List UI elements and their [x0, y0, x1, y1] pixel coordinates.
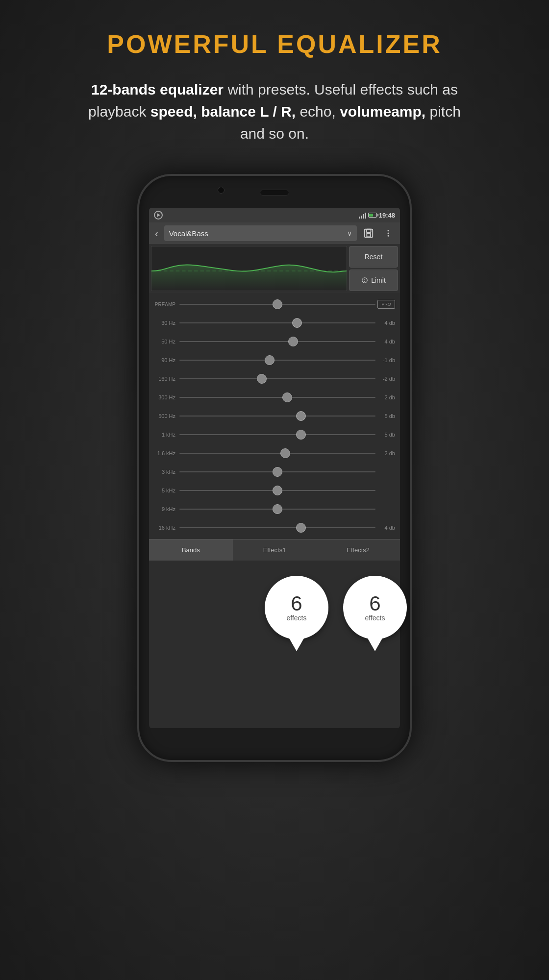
band-label: 3 kHz [154, 469, 179, 475]
mute-button [137, 325, 139, 352]
band-slider-track[interactable] [179, 434, 375, 435]
band-slider-track[interactable] [179, 322, 375, 323]
eq-display: Reset Limit [149, 244, 400, 293]
top-bar: ‹ Vocal&Bass ∨ [149, 222, 400, 244]
band-value: 5 db [375, 432, 395, 438]
desc-bold-3: volumeamp, [340, 103, 425, 120]
band-label: 30 Hz [154, 320, 179, 326]
pro-badge: PRO [377, 300, 395, 309]
band-slider-track[interactable] [179, 416, 375, 416]
tooltip-bubble-effects2: 6effects [343, 576, 407, 639]
band-row-3khz: 3 kHz [149, 463, 400, 481]
band-row-160hz: 160 Hz-2 db [149, 369, 400, 388]
band-label: 500 Hz [154, 413, 179, 419]
volume-up-button [137, 264, 139, 284]
time-display: 19:48 [379, 212, 395, 219]
band-row-300hz: 300 Hz2 db [149, 388, 400, 407]
limit-button[interactable]: Limit [349, 270, 398, 291]
desc-bold-2: speed, balance L / R, [150, 103, 296, 120]
preamp-slider[interactable] [179, 304, 375, 305]
band-slider-track[interactable] [179, 471, 375, 472]
eq-graph [151, 246, 347, 291]
more-button[interactable] [380, 225, 396, 241]
band-label: 16 kHz [154, 525, 179, 531]
band-row-9khz: 9 kHz [149, 500, 400, 518]
band-label: 5 kHz [154, 488, 179, 493]
band-slider-thumb[interactable] [273, 486, 282, 495]
band-label: 9 kHz [154, 506, 179, 512]
svg-rect-1 [366, 229, 371, 232]
preset-selector[interactable]: Vocal&Bass ∨ [164, 225, 357, 241]
tab-effects2[interactable]: Effects2 [316, 539, 400, 561]
play-icon [154, 211, 163, 220]
band-slider-thumb[interactable] [265, 355, 274, 365]
band-slider-track[interactable] [179, 360, 375, 361]
desc-bold-1: 12-bands equalizer [91, 81, 224, 98]
band-slider-thumb[interactable] [257, 374, 267, 384]
band-value: 2 db [375, 450, 395, 456]
band-row-30hz: 30 Hz4 db [149, 314, 400, 332]
band-row-50hz: 50 Hz4 db [149, 332, 400, 351]
band-label: 160 Hz [154, 376, 179, 382]
band-slider-track[interactable] [179, 490, 375, 491]
band-value: -1 db [375, 357, 395, 363]
phone-body: 19:48 ‹ Vocal&Bass ∨ [137, 174, 412, 762]
chevron-down-icon: ∨ [347, 229, 352, 237]
phone-mockup: 19:48 ‹ Vocal&Bass ∨ [137, 174, 412, 762]
tooltip-tail [367, 637, 383, 651]
battery-icon [368, 213, 377, 218]
tooltip-bubble-effects1: 6effects [265, 576, 328, 639]
band-slider-thumb[interactable] [273, 467, 282, 477]
band-slider-track[interactable] [179, 509, 375, 510]
bottom-tabs: BandsEffects1Effects2 [149, 539, 400, 561]
band-slider-thumb[interactable] [288, 337, 298, 346]
band-row-90hz: 90 Hz-1 db [149, 351, 400, 369]
speaker [260, 190, 289, 196]
band-slider-thumb[interactable] [280, 448, 290, 458]
tooltip-text: effects [365, 614, 385, 622]
band-label: 50 Hz [154, 339, 179, 344]
tab-effects1[interactable]: Effects1 [233, 539, 317, 561]
page-title: POWERFUL EQUALIZER [107, 29, 442, 59]
band-slider-track[interactable] [179, 378, 375, 379]
band-label: 1 kHz [154, 432, 179, 438]
limit-label: Limit [371, 276, 386, 284]
tab-bands[interactable]: Bands [149, 539, 233, 561]
band-value: 4 db [375, 525, 395, 531]
status-bar: 19:48 [149, 208, 400, 222]
band-slider-track[interactable] [179, 397, 375, 398]
band-slider-track[interactable] [179, 453, 375, 454]
band-slider-thumb[interactable] [292, 318, 302, 328]
tooltip-number: 6 [291, 593, 302, 614]
band-slider-thumb[interactable] [296, 430, 306, 440]
band-slider-track[interactable] [179, 527, 375, 528]
band-row-5khz: 5 kHz [149, 481, 400, 500]
svg-point-4 [388, 233, 389, 234]
back-button[interactable]: ‹ [153, 226, 160, 241]
band-slider-thumb[interactable] [296, 411, 306, 421]
reset-label: Reset [365, 253, 383, 261]
svg-point-3 [388, 230, 389, 231]
band-value: 4 db [375, 339, 395, 344]
band-value: 4 db [375, 320, 395, 326]
band-slider-track[interactable] [179, 341, 375, 342]
eq-buttons: Reset Limit [349, 246, 398, 291]
svg-rect-2 [367, 234, 370, 237]
volume-down-button [137, 294, 139, 320]
reset-button[interactable]: Reset [349, 246, 398, 268]
tooltip-text: effects [287, 614, 307, 622]
tooltip-tail [289, 637, 304, 651]
band-row-16khz: 16 kHz4 db [149, 518, 400, 537]
band-slider-thumb[interactable] [273, 504, 282, 514]
phone-screen: 19:48 ‹ Vocal&Bass ∨ [149, 208, 400, 728]
svg-point-5 [388, 235, 389, 237]
status-right: 19:48 [359, 212, 395, 219]
save-button[interactable] [361, 225, 376, 241]
band-row-500hz: 500 Hz5 db [149, 407, 400, 425]
tooltip-number: 6 [369, 593, 380, 614]
band-slider-thumb[interactable] [296, 523, 306, 533]
description: 12-bands equalizer with presets. Useful … [74, 78, 475, 145]
camera [218, 187, 225, 194]
band-label: 90 Hz [154, 357, 179, 363]
band-slider-thumb[interactable] [282, 392, 292, 402]
